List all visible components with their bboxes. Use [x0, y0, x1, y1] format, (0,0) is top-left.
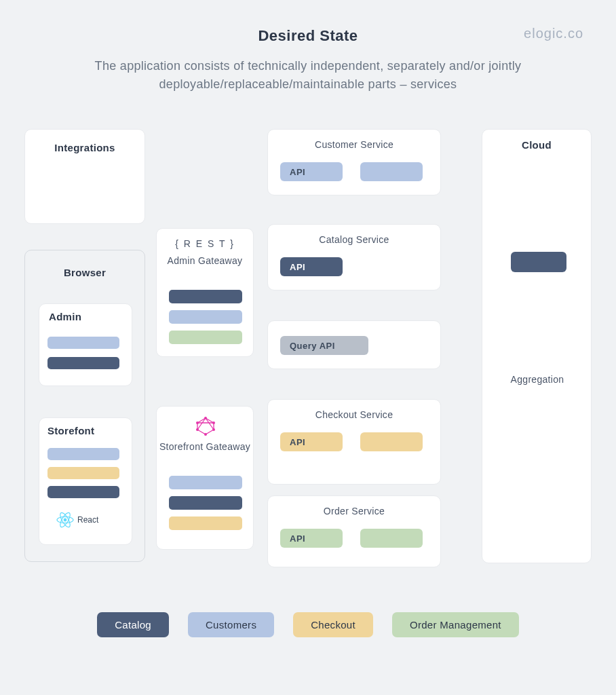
- svg-point-4: [204, 417, 207, 419]
- admin-gw-bar-order: [169, 331, 242, 344]
- admin-gateway-box: { R E S T } Admin Gateaway: [156, 228, 254, 357]
- admin-gw-bar-catalog: [169, 290, 242, 303]
- svg-point-8: [196, 428, 199, 431]
- svg-point-9: [196, 421, 199, 424]
- sf-gw-bar-checkout: [169, 516, 242, 530]
- svg-point-7: [204, 433, 207, 436]
- sf-gw-bar-catalog: [169, 496, 242, 510]
- storefront-gateway-label: Storefront Gateaway: [157, 440, 253, 453]
- order-api-chip: API: [280, 529, 343, 548]
- catalog-service-label: Catalog Service: [268, 234, 440, 245]
- checkout-service-label: Checkout Service: [268, 409, 440, 420]
- catalog-api-chip: API: [280, 257, 343, 276]
- storefront-bar-customers: [47, 448, 119, 460]
- react-icon: [56, 510, 75, 532]
- storefront-bar-checkout: [47, 467, 119, 479]
- cloud-box: Cloud Aggregation: [482, 129, 592, 563]
- storefront-gateway-box: Storefront Gateaway: [156, 406, 254, 550]
- svg-point-5: [212, 421, 215, 424]
- svg-point-3: [64, 519, 67, 522]
- legend-customers: Customers: [188, 612, 274, 637]
- legend-checkout: Checkout: [293, 612, 373, 637]
- admin-gw-bar-customers: [169, 310, 242, 324]
- checkout-module-chip: [360, 432, 423, 451]
- checkout-service-box: Checkout Service API: [267, 399, 441, 485]
- diagram-canvas: Integrations Browser Admin Storefont Rea…: [0, 0, 616, 695]
- customer-api-chip: API: [280, 162, 343, 181]
- react-label: React: [77, 515, 98, 525]
- cloud-bar-catalog: [511, 252, 566, 272]
- order-service-box: Order Service API: [267, 495, 441, 567]
- graphql-icon: [195, 416, 216, 439]
- checkout-api-chip: API: [280, 432, 343, 451]
- order-service-label: Order Service: [268, 506, 440, 516]
- admin-box: Admin: [39, 303, 132, 386]
- customer-service-box: Customer Service API: [267, 129, 441, 195]
- storefront-bar-catalog: [47, 486, 119, 498]
- integrations-box: Integrations: [24, 129, 145, 224]
- customer-service-label: Customer Service: [268, 139, 440, 150]
- browser-label: Browser: [25, 250, 145, 278]
- cloud-label: Cloud: [482, 130, 591, 151]
- query-service-box: Query API: [267, 320, 441, 369]
- admin-gateway-label: Admin Gateaway: [157, 255, 253, 267]
- aggregation-label: Aggregation: [482, 374, 592, 385]
- admin-label: Admin: [39, 304, 132, 322]
- browser-box: Browser Admin Storefont React: [24, 250, 145, 562]
- sf-gw-bar-customers: [169, 476, 242, 489]
- legend-order: Order Management: [392, 612, 519, 637]
- catalog-service-box: Catalog Service API: [267, 224, 441, 290]
- integrations-label: Integrations: [25, 130, 145, 153]
- rest-label: { R E S T }: [157, 238, 253, 249]
- storefront-label: Storefont: [39, 418, 132, 436]
- legend-catalog: Catalog: [97, 612, 169, 637]
- order-module-chip: [360, 529, 423, 548]
- svg-point-6: [212, 428, 215, 431]
- legend: Catalog Customers Checkout Order Managem…: [0, 612, 616, 637]
- query-api-chip: Query API: [280, 336, 368, 355]
- admin-bar-customers: [47, 337, 119, 349]
- customer-module-chip: [360, 162, 423, 181]
- storefront-box: Storefont React: [39, 417, 132, 545]
- admin-bar-catalog: [47, 357, 119, 369]
